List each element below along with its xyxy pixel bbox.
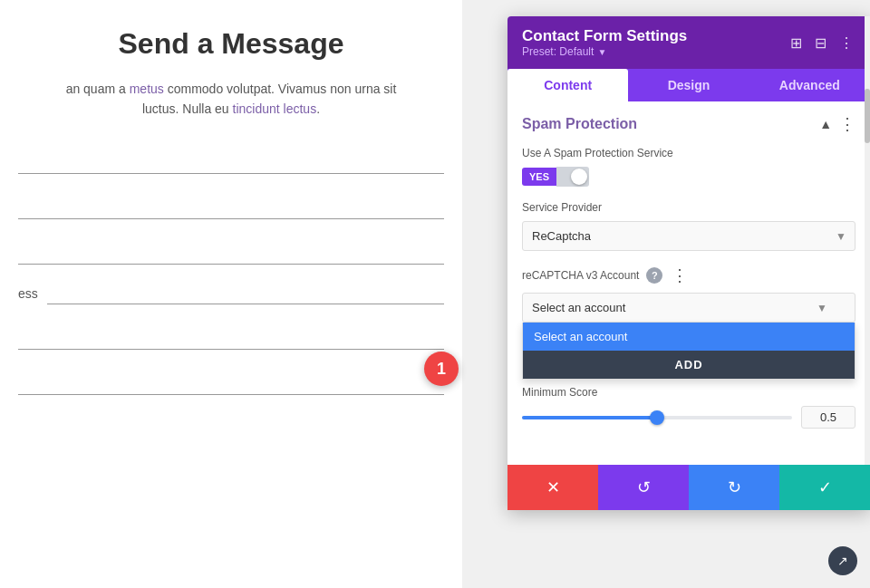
panel-title: Contact Form Settings	[522, 27, 687, 45]
link-metus[interactable]: metus	[130, 82, 164, 96]
panel-scrollbar[interactable]	[865, 16, 870, 510]
panel-preset-text: Preset: Default	[522, 45, 594, 58]
service-provider-group: Service Provider ReCaptcha ▼	[522, 201, 856, 251]
settings-panel: Contact Form Settings Preset: Default ▼ …	[508, 16, 870, 510]
form-input-3	[18, 237, 444, 265]
dropdown-item-select-account[interactable]: Select an account	[523, 323, 855, 351]
account-dropdown-wrapper: Select an account ▼ Select an account AD…	[522, 293, 856, 323]
form-label-text: ess	[18, 286, 38, 304]
undo-icon: ↺	[637, 477, 651, 497]
footer-redo-button[interactable]: ↻	[689, 465, 779, 510]
panel-header-icons: ⊞ ⊟ ⋮	[788, 33, 856, 53]
panel-icon-columns[interactable]: ⊟	[813, 33, 828, 53]
section-header: Spam Protection ▲ ⋮	[522, 114, 856, 134]
panel-preset-arrow-icon: ▼	[597, 47, 606, 57]
form-input-5	[18, 368, 444, 395]
panel-title-area: Contact Form Settings Preset: Default ▼	[522, 27, 687, 58]
page-body-text: an quam a metus commodo volutpat. Vivamu…	[18, 79, 444, 120]
section-options-icon[interactable]: ⋮	[839, 114, 856, 134]
toggle-container[interactable]: YES	[522, 167, 856, 187]
spam-protection-section: Spam Protection ▲ ⋮ Use A Spam Protectio…	[508, 101, 870, 456]
tab-content[interactable]: Content	[508, 69, 628, 101]
service-provider-select[interactable]: ReCaptcha	[522, 221, 856, 251]
panel-icon-expand[interactable]: ⊞	[788, 33, 804, 53]
footer-save-button[interactable]: ✓	[779, 465, 870, 510]
account-dropdown-trigger[interactable]: Select an account ▼	[522, 293, 856, 323]
cancel-icon: ✕	[546, 477, 560, 497]
form-input-4	[18, 323, 444, 350]
slider-thumb[interactable]	[650, 410, 664, 425]
dropdown-arrow-icon: ▼	[817, 302, 827, 314]
bottom-right-icon[interactable]: ↗	[828, 546, 857, 575]
spam-protection-toggle-group: Use A Spam Protection Service YES	[522, 147, 856, 187]
min-score-group: Minimum Score 0.5	[522, 386, 856, 429]
form-input-inline	[47, 283, 444, 304]
recaptcha-options-icon[interactable]: ⋮	[672, 265, 688, 285]
panel-tabs: Content Design Advanced	[508, 69, 870, 101]
form-input-1	[18, 147, 444, 174]
min-score-label: Minimum Score	[522, 386, 856, 399]
form-label-group: ess	[18, 283, 444, 304]
recaptcha-help-icon[interactable]: ?	[646, 267, 662, 284]
toggle-knob	[571, 169, 587, 185]
panel-preset[interactable]: Preset: Default ▼	[522, 45, 687, 58]
page-content: Send a Message an quam a metus commodo v…	[0, 0, 462, 588]
redo-icon: ↻	[728, 477, 741, 497]
page-title: Send a Message	[18, 27, 444, 61]
toggle-switch[interactable]	[556, 167, 589, 187]
tab-design[interactable]: Design	[628, 69, 749, 101]
recaptcha-row: reCAPTCHA v3 Account ? ⋮	[522, 265, 856, 285]
account-dropdown-menu: Select an account ADD	[522, 323, 856, 380]
badge-number: 1	[437, 360, 446, 379]
panel-icon-dots[interactable]: ⋮	[837, 33, 856, 53]
toggle-yes-label: YES	[522, 168, 556, 186]
service-provider-label: Service Provider	[522, 201, 856, 214]
footer-cancel-button[interactable]: ✕	[508, 465, 598, 510]
link-tincidunt[interactable]: tincidunt lectus	[233, 101, 317, 116]
arrow-icon: ↗	[837, 554, 848, 568]
service-provider-select-wrapper: ReCaptcha ▼	[522, 221, 856, 251]
panel-scrollbar-thumb	[865, 89, 870, 143]
recaptcha-label: reCAPTCHA v3 Account	[522, 269, 639, 282]
footer-undo-button[interactable]: ↺	[598, 465, 689, 510]
save-icon: ✓	[818, 477, 832, 497]
slider-container: 0.5	[522, 406, 856, 429]
step-badge: 1	[424, 352, 459, 386]
panel-body: Spam Protection ▲ ⋮ Use A Spam Protectio…	[508, 101, 870, 510]
panel-header: Contact Form Settings Preset: Default ▼ …	[508, 16, 870, 69]
account-dropdown-placeholder: Select an account	[532, 301, 625, 314]
slider-track[interactable]	[522, 416, 792, 419]
slider-value[interactable]: 0.5	[801, 406, 856, 429]
toggle-label: Use A Spam Protection Service	[522, 147, 856, 159]
slider-fill	[522, 416, 657, 419]
tab-advanced[interactable]: Advanced	[749, 69, 870, 101]
section-controls: ▲ ⋮	[819, 114, 856, 134]
section-collapse-icon[interactable]: ▲	[819, 117, 832, 131]
dropdown-item-add[interactable]: ADD	[523, 351, 855, 379]
panel-footer: ✕ ↺ ↻ ✓	[508, 465, 870, 510]
section-title: Spam Protection	[522, 116, 637, 132]
form-input-2	[18, 192, 444, 219]
